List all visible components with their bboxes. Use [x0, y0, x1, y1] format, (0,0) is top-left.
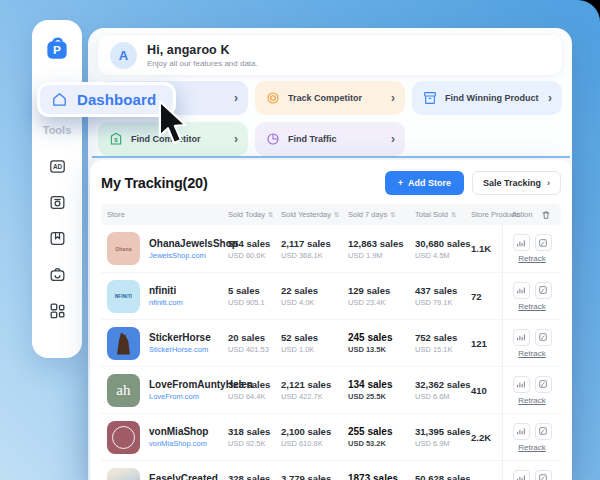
sort-icon[interactable]: ⇅	[268, 211, 273, 219]
total-sold-usd: USD 6.9M	[415, 439, 471, 448]
greeting-subtitle: Enjoy all our features and data.	[147, 59, 258, 68]
sort-icon[interactable]: ⇅	[390, 211, 395, 219]
sold-yesterday-usd: USD 368.1K	[281, 251, 348, 260]
table-body: Ohana OhanaJewelsShop JewelsShop.com 554…	[101, 225, 561, 480]
edit-button[interactable]	[535, 423, 552, 440]
ad-icon[interactable]: AD	[48, 157, 67, 176]
retrack-link[interactable]: Retrack	[518, 443, 546, 452]
store-products-value: 1.1K	[471, 243, 502, 254]
sold-yesterday-value: 2,121 sales	[281, 379, 348, 390]
column-store-products: Store Products	[471, 210, 502, 219]
svg-text:P: P	[53, 43, 61, 56]
apps-grid-icon[interactable]	[48, 301, 67, 320]
total-sold-value: 437 sales	[415, 285, 471, 296]
table-row: ah LoveFromAuntyHelen LoveFrom.com 323 s…	[101, 366, 561, 413]
feature-card-label: Find Competitor	[131, 134, 201, 144]
product-box-icon	[422, 90, 438, 106]
analytics-button[interactable]	[513, 423, 530, 440]
total-sold-value: 752 sales	[415, 332, 471, 343]
sold-today-usd: USD 905.1	[228, 298, 281, 307]
store-products-value: 121	[471, 338, 502, 349]
feature-card-track-competitor[interactable]: Track Competitor ›	[255, 81, 405, 115]
feature-card-label: Find Traffic	[288, 134, 337, 144]
column-sold-today[interactable]: Sold Today⇅	[228, 210, 281, 219]
chevron-right-icon: ›	[234, 133, 238, 145]
dashboard-nav-button[interactable]: Dashboard	[37, 82, 176, 117]
edit-button[interactable]	[535, 470, 552, 480]
store-logo: NFINITI	[107, 280, 140, 313]
chart-icon	[516, 285, 526, 295]
saved-products-icon[interactable]	[48, 229, 67, 248]
sold-7days-value: 255 sales	[348, 426, 415, 437]
sold-yesterday-usd: USD 610.8K	[281, 439, 348, 448]
store-products-value: 72	[471, 291, 502, 302]
chart-icon	[516, 238, 526, 248]
sold-7days-value: 1873 sales	[348, 473, 415, 480]
store-products-value: 2.2K	[471, 432, 502, 443]
column-action: Action	[502, 210, 561, 220]
store-basket-icon[interactable]	[48, 265, 67, 284]
sort-icon[interactable]: ⇅	[334, 211, 339, 219]
store-name: vonMiaShop	[149, 426, 208, 437]
sold-yesterday-value: 52 sales	[281, 332, 348, 343]
chevron-right-icon: ›	[234, 92, 238, 104]
sale-tracking-button[interactable]: Sale Tracking ›	[472, 171, 561, 195]
column-sold-7days[interactable]: Sold 7 days⇅	[348, 210, 415, 219]
chevron-right-icon: ›	[547, 178, 550, 188]
app-logo[interactable]: P	[42, 33, 72, 63]
total-sold-usd: USD 15.1K	[415, 345, 471, 354]
analytics-button[interactable]	[513, 234, 530, 251]
store-domain-link[interactable]: vonMiaShop.com	[149, 439, 208, 448]
store-name: nfiniti	[149, 285, 183, 296]
analytics-button[interactable]	[513, 470, 530, 480]
edit-button[interactable]	[535, 329, 552, 346]
sold-yesterday-value: 22 sales	[281, 285, 348, 296]
sold-yesterday-value: 3,779 sales	[281, 473, 348, 480]
column-total-sold[interactable]: Total Sold⇅	[415, 210, 471, 219]
edit-button[interactable]	[535, 234, 552, 251]
retrack-link[interactable]: Retrack	[518, 302, 546, 311]
edit-button[interactable]	[535, 282, 552, 299]
sold-yesterday-usd: USD 4.0K	[281, 298, 348, 307]
analytics-button[interactable]	[513, 376, 530, 393]
sold-today-value: 328 sales	[228, 473, 281, 480]
table-row: NFINITI nfiniti nfiniti.com 5 salesUSD 9…	[101, 272, 561, 319]
my-tracking-panel: My Tracking(20) + Add Store Sale Trackin…	[90, 160, 572, 480]
table-header: Store Sold Today⇅ Sold Yesterday⇅ Sold 7…	[101, 204, 561, 225]
total-sold-value: 32,362 sales	[415, 379, 471, 390]
sold-today-usd: USD 401.53	[228, 345, 281, 354]
sold-today-usd: USD 92.5K	[228, 439, 281, 448]
feature-card-find-competitor[interactable]: $ Find Competitor ›	[98, 122, 248, 156]
sold-7days-usd: USD 25.5K	[348, 392, 415, 401]
analytics-button[interactable]	[513, 329, 530, 346]
feature-card-find-winning-product[interactable]: Find Winning Product ›	[412, 81, 562, 115]
column-sold-yesterday[interactable]: Sold Yesterday⇅	[281, 210, 348, 219]
feature-card-find-traffic[interactable]: Find Traffic ›	[255, 122, 405, 156]
sort-icon[interactable]: ⇅	[451, 211, 456, 219]
chevron-right-icon: ›	[548, 92, 552, 104]
svg-text:AD: AD	[52, 163, 62, 170]
sold-7days-value: 245 sales	[348, 332, 415, 343]
total-sold-value: 50,628 sales	[415, 473, 471, 480]
store-domain-link[interactable]: StickerHorse.com	[149, 345, 211, 354]
edit-icon	[538, 473, 548, 480]
retrack-link[interactable]: Retrack	[518, 349, 546, 358]
add-store-button[interactable]: + Add Store	[385, 171, 464, 195]
store-domain-link[interactable]: nfiniti.com	[149, 298, 183, 307]
delete-all-icon[interactable]	[541, 210, 551, 220]
chart-icon	[516, 332, 526, 342]
plus-icon: +	[398, 178, 403, 188]
sold-7days-usd: USD 13.5K	[348, 345, 415, 354]
sidebar-nav: AD	[48, 157, 67, 320]
total-sold-value: 30,680 sales	[415, 238, 471, 249]
table-row: vonMiaShop vonMiaShop.com 318 salesUSD 9…	[101, 413, 561, 460]
sold-today-value: 5 sales	[228, 285, 281, 296]
retrack-link[interactable]: Retrack	[518, 254, 546, 263]
retrack-link[interactable]: Retrack	[518, 396, 546, 405]
pie-chart-icon	[265, 131, 281, 147]
analytics-button[interactable]	[513, 282, 530, 299]
product-scan-icon[interactable]	[48, 193, 67, 212]
store-domain-link[interactable]: JewelsShop.com	[149, 251, 238, 260]
avatar: A	[110, 42, 137, 69]
edit-button[interactable]	[535, 376, 552, 393]
